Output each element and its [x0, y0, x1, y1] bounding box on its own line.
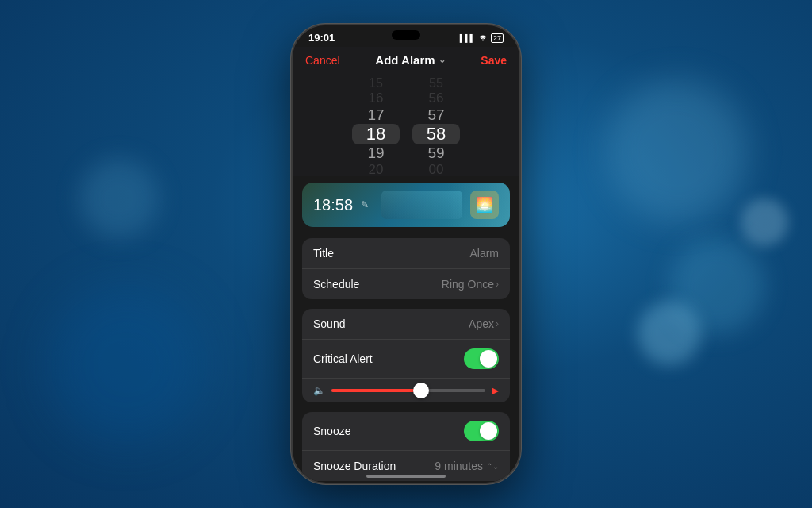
title-value: Alarm	[469, 247, 499, 260]
snooze-toggle[interactable]	[464, 421, 499, 441]
snooze-duration-label: Snooze Duration	[313, 460, 396, 472]
picker-hour-18[interactable]: 18	[352, 124, 400, 144]
picker-hour-20[interactable]: 20	[352, 162, 400, 176]
volume-high-icon: ▶	[492, 385, 499, 396]
hour-picker[interactable]: 15 16 17 18 19 20 21	[352, 76, 400, 173]
volume-row[interactable]: 🔈 ▶	[302, 379, 510, 402]
picker-hour-19[interactable]: 19	[352, 144, 400, 162]
snooze-label: Snooze	[313, 425, 350, 437]
sound-row[interactable]: Sound Apex	[302, 309, 510, 340]
cancel-button[interactable]: Cancel	[305, 54, 340, 67]
alarm-preview-card[interactable]: 18:58 ✎ 🌅	[302, 183, 510, 227]
wifi-icon	[478, 33, 488, 43]
snooze-row: Snooze	[302, 412, 510, 451]
edit-icon[interactable]: ✎	[361, 199, 369, 210]
dynamic-island	[392, 30, 420, 40]
snooze-duration-value: 9 minutes ⌃⌄	[435, 460, 499, 472]
picker-min-56[interactable]: 56	[412, 90, 460, 106]
picker-min-58[interactable]: 58	[412, 124, 460, 144]
sound-section: Sound Apex Critical Alert 🔈 ▶	[302, 309, 510, 402]
schedule-label: Schedule	[313, 278, 359, 291]
picker-min-00[interactable]: 00	[412, 162, 460, 176]
volume-slider[interactable]	[331, 389, 485, 392]
title-row[interactable]: Title Alarm	[302, 238, 510, 269]
status-time: 19:01	[308, 32, 335, 44]
sunrise-icon: 🌅	[470, 190, 499, 219]
snooze-section: Snooze Snooze Duration 9 minutes ⌃⌄	[302, 412, 510, 481]
sound-value: Apex	[469, 318, 499, 330]
snooze-duration-stepper-icon: ⌃⌄	[486, 462, 499, 471]
picker-hour-15[interactable]: 15	[352, 76, 400, 90]
save-button[interactable]: Save	[481, 54, 507, 67]
snooze-toggle-knob	[480, 422, 497, 440]
status-icons: ▌▌▌ 27	[460, 33, 504, 43]
sound-chevron-icon	[496, 318, 499, 329]
schedule-value: Ring Once	[442, 278, 499, 291]
phone-frame: 19:01 ▌▌▌ 27 Cancel Add Alarm ⌄ Save 15 …	[291, 24, 521, 484]
sound-label: Sound	[313, 318, 345, 330]
volume-fill	[331, 389, 416, 392]
picker-min-59[interactable]: 59	[412, 144, 460, 162]
schedule-row[interactable]: Schedule Ring Once	[302, 269, 510, 299]
picker-min-55[interactable]: 55	[412, 76, 460, 90]
signal-icon: ▌▌▌	[460, 34, 475, 42]
time-picker[interactable]: 15 16 17 18 19 20 21 55 56 57 58 59 00 0…	[293, 73, 519, 176]
volume-low-icon: 🔈	[313, 385, 325, 396]
home-indicator	[366, 475, 446, 478]
toggle-knob	[480, 350, 497, 368]
schedule-chevron-icon	[496, 279, 499, 290]
page-title: Add Alarm ⌄	[375, 53, 445, 67]
alarm-preview-time: 18:58	[313, 196, 353, 214]
header: Cancel Add Alarm ⌄ Save	[293, 47, 519, 73]
battery-icon: 27	[491, 33, 504, 43]
critical-alert-toggle[interactable]	[464, 348, 499, 369]
title-dropdown-icon: ⌄	[439, 55, 446, 65]
title-label: Title	[313, 247, 334, 260]
picker-hour-16[interactable]: 16	[352, 90, 400, 106]
minute-picker[interactable]: 55 56 57 58 59 00 01	[412, 76, 460, 173]
picker-hour-17[interactable]: 17	[352, 106, 400, 124]
title-schedule-section: Title Alarm Schedule Ring Once	[302, 238, 510, 299]
slider-thumb[interactable]	[413, 383, 429, 398]
picker-min-57[interactable]: 57	[412, 106, 460, 124]
critical-alert-label: Critical Alert	[313, 352, 373, 365]
critical-alert-row: Critical Alert	[302, 340, 510, 379]
